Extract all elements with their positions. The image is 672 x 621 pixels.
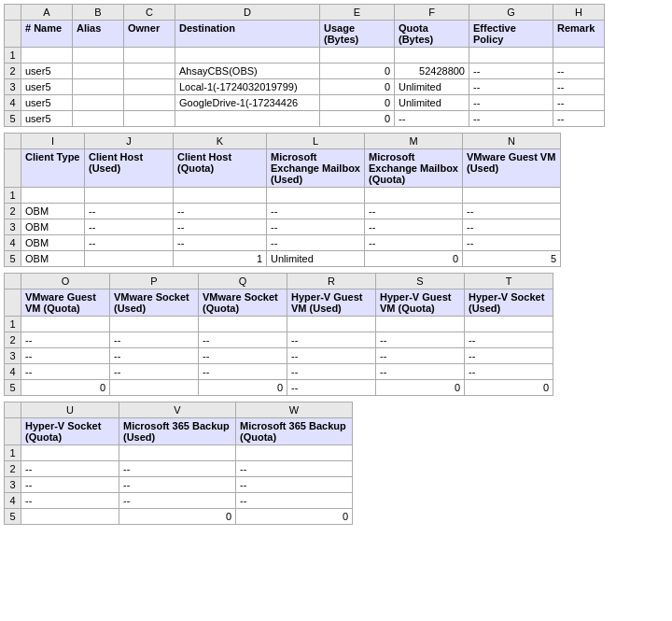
header-effective-policy: Effective Policy — [469, 21, 553, 48]
header-hyperv-socket-used: Hyper-V Socket (Used) — [465, 289, 553, 317]
header-hyperv-guest-used: Hyper-V Guest VM (Used) — [287, 289, 376, 317]
col-p: P — [110, 274, 199, 289]
table-3: O P Q R S T VMware Guest VM (Quota) VMwa… — [4, 273, 553, 396]
header-ms-exchange-used: Microsoft Exchange Mailbox (Used) — [267, 149, 365, 188]
header-hyperv-socket-quota: Hyper-V Socket (Quota) — [21, 418, 119, 445]
col-d: D — [175, 5, 320, 21]
header-vmware-socket-used: VMware Socket (Used) — [110, 289, 199, 317]
header-row: Hyper-V Socket (Quota) Microsoft 365 Bac… — [5, 418, 353, 445]
header-alias: Alias — [73, 21, 124, 48]
table-row: 1 — [5, 317, 553, 332]
header-row: VMware Guest VM (Quota) VMware Socket (U… — [5, 289, 553, 317]
header-client-host-used: Client Host (Used) — [85, 149, 174, 188]
col-g: G — [469, 5, 553, 21]
col-h: H — [553, 5, 605, 21]
table-row: 5 0 0 — [5, 509, 353, 525]
col-s: S — [376, 274, 465, 289]
col-j: J — [85, 134, 174, 149]
table-row: 3 user5 Local-1(-1724032019799) 0 Unlimi… — [5, 79, 605, 95]
header-quota: Quota (Bytes) — [395, 21, 469, 48]
col-index — [5, 134, 21, 149]
table-row: 3 OBM -- -- -- -- -- — [5, 219, 561, 235]
table-row: 1 — [5, 48, 605, 64]
header-row: Client Type Client Host (Used) Client Ho… — [5, 149, 561, 188]
header-ms-exchange-quota: Microsoft Exchange Mailbox (Quota) — [365, 149, 463, 188]
col-l: L — [267, 134, 365, 149]
header-owner: Owner — [124, 21, 175, 48]
header-remark: Remark — [553, 21, 605, 48]
table-1: A B C D E F G H # Name Alias Owner Desti… — [4, 4, 605, 127]
table-row: 2 -- -- -- — [5, 461, 353, 477]
table-row: 4 -- -- -- — [5, 493, 353, 509]
spreadsheet: A B C D E F G H # Name Alias Owner Desti… — [0, 0, 672, 534]
table-2: I J K L M N Client Type Client Host (Use… — [4, 133, 561, 267]
col-f: F — [395, 5, 469, 21]
table-row: 3 -- -- -- -- -- -- — [5, 348, 553, 364]
col-r: R — [287, 274, 376, 289]
header-vmware-guest-used: VMware Guest VM (Used) — [463, 149, 561, 188]
section-3: O P Q R S T VMware Guest VM (Quota) VMwa… — [4, 273, 668, 396]
col-index — [5, 274, 21, 289]
table-row: 2 -- -- -- -- -- -- — [5, 332, 553, 348]
header-client-host-quota: Client Host (Quota) — [174, 149, 267, 188]
header-client-type: Client Type — [21, 149, 85, 188]
header-name: # Name — [21, 21, 73, 48]
table-row: 1 — [5, 188, 561, 204]
table-row: 4 user5 GoogleDrive-1(-17234426 0 Unlimi… — [5, 95, 605, 111]
header-ms365-backup-quota: Microsoft 365 Backup (Quota) — [236, 418, 353, 445]
row-num — [5, 21, 21, 48]
table-row: 5 OBM 1 Unlimited 0 5 — [5, 251, 561, 267]
table-row: 2 user5 AhsayCBS(OBS) 0 52428800 -- -- — [5, 64, 605, 79]
table-row: 3 -- -- -- — [5, 477, 353, 493]
col-c: C — [124, 5, 175, 21]
section-2: I J K L M N Client Type Client Host (Use… — [4, 133, 668, 267]
table-row: 2 OBM -- -- -- -- -- — [5, 204, 561, 219]
col-e: E — [320, 5, 395, 21]
header-vmware-guest-quota: VMware Guest VM (Quota) — [21, 289, 110, 317]
col-n: N — [463, 134, 561, 149]
header-usage: Usage (Bytes) — [320, 21, 395, 48]
col-b: B — [73, 5, 124, 21]
col-t: T — [465, 274, 553, 289]
header-hyperv-guest-quota: Hyper-V Guest VM (Quota) — [376, 289, 465, 317]
col-i: I — [21, 134, 85, 149]
table-row: 4 OBM -- -- -- -- -- — [5, 235, 561, 251]
header-row: # Name Alias Owner Destination Usage (By… — [5, 21, 605, 48]
table-row: 1 — [5, 445, 353, 461]
col-m: M — [365, 134, 463, 149]
col-v: V — [119, 402, 236, 418]
col-index — [5, 5, 21, 21]
table-row: 5 0 0 -- 0 0 — [5, 380, 553, 396]
section-4: U V W Hyper-V Socket (Quota) Microsoft 3… — [4, 402, 668, 525]
col-a: A — [21, 5, 73, 21]
header-destination: Destination — [175, 21, 320, 48]
col-index — [5, 402, 21, 418]
header-vmware-socket-quota: VMware Socket (Quota) — [199, 289, 287, 317]
col-k: K — [174, 134, 267, 149]
col-u: U — [21, 402, 119, 418]
col-q: Q — [199, 274, 287, 289]
col-w: W — [236, 402, 353, 418]
header-ms365-backup-used: Microsoft 365 Backup (Used) — [119, 418, 236, 445]
table-row: 5 user5 0 -- -- -- — [5, 111, 605, 127]
section-1: A B C D E F G H # Name Alias Owner Desti… — [4, 4, 668, 127]
col-o: O — [21, 274, 110, 289]
table-4: U V W Hyper-V Socket (Quota) Microsoft 3… — [4, 402, 353, 525]
table-row: 4 -- -- -- -- -- -- — [5, 364, 553, 380]
